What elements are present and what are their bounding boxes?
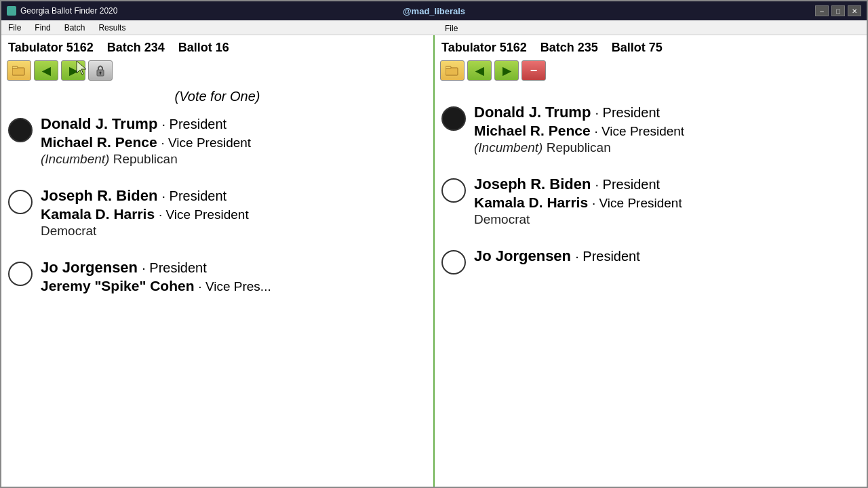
left-jorgensen-role: · President bbox=[142, 260, 207, 275]
close-button[interactable]: ✕ bbox=[848, 5, 861, 16]
app-icon bbox=[7, 6, 16, 16]
left-jorgensen-vp-line: Jeremy "Spike" Cohen · Vice Pres... bbox=[41, 278, 271, 294]
right-biden-name: Joseph R. Biden bbox=[474, 176, 591, 192]
left-trump-party: (Incumbent) Republican bbox=[41, 152, 251, 167]
menu-bar-right: File bbox=[430, 22, 867, 34]
right-biden-role: · President bbox=[595, 177, 660, 192]
left-trump-info: Donald J. Trump · President Michael R. P… bbox=[41, 115, 251, 167]
left-trump-vp-line: Michael R. Pence · Vice President bbox=[41, 134, 251, 150]
left-candidate-jorgensen: Jo Jorgensen · President Jeremy "Spike" … bbox=[8, 259, 427, 294]
right-tabulator-label: Tabulator 5162 bbox=[441, 41, 527, 55]
right-biden-name-line: Joseph R. Biden · President bbox=[474, 176, 682, 193]
right-panel: Tabulator 5162 Batch 235 Ballot 75 bbox=[435, 35, 867, 487]
left-biden-bubble[interactable] bbox=[8, 190, 33, 214]
window-title: Georgia Ballot Finder 2020 bbox=[20, 6, 117, 16]
title-bar-left: Georgia Ballot Finder 2020 bbox=[7, 6, 117, 16]
right-trump-vp-line: Michael R. Pence · Vice President bbox=[474, 123, 684, 139]
left-biden-role: · President bbox=[161, 188, 226, 203]
left-jorgensen-info: Jo Jorgensen · President Jeremy "Spike" … bbox=[41, 259, 271, 294]
right-batch-label: Batch 235 bbox=[540, 41, 598, 55]
left-info-row: Tabulator 5162 Batch 234 Ballot 16 bbox=[1, 35, 433, 58]
right-trump-vp-name: Michael R. Pence bbox=[474, 123, 591, 138]
left-lock-button[interactable] bbox=[88, 60, 113, 81]
left-trump-role: · President bbox=[161, 117, 226, 131]
right-trump-name: Donald J. Trump bbox=[474, 104, 591, 121]
right-biden-vp-line: Kamala D. Harris · Vice President bbox=[474, 195, 682, 211]
right-jorgensen-info: Jo Jorgensen · President bbox=[474, 247, 640, 265]
left-jorgensen-name-line: Jo Jorgensen · President bbox=[41, 259, 271, 277]
left-biden-name-line: Joseph R. Biden · President bbox=[41, 187, 249, 205]
menu-results[interactable]: Results bbox=[92, 22, 132, 34]
title-bar: Georgia Ballot Finder 2020 @mad_liberals… bbox=[1, 1, 867, 20]
menu-file[interactable]: File bbox=[1, 22, 28, 34]
right-info-row: Tabulator 5162 Batch 235 Ballot 75 bbox=[435, 35, 867, 58]
left-biden-vp-name: Kamala D. Harris bbox=[41, 206, 155, 222]
right-ballot-label: Ballot 75 bbox=[612, 41, 663, 55]
svg-rect-6 bbox=[446, 68, 458, 75]
right-trump-party: (Incumbent) Republican bbox=[474, 140, 684, 155]
left-toolbar: ◀ ▶ bbox=[1, 58, 433, 83]
left-trump-name-line: Donald J. Trump · President bbox=[41, 115, 251, 133]
svg-rect-7 bbox=[446, 66, 451, 68]
right-candidate-biden: Joseph R. Biden · President Kamala D. Ha… bbox=[441, 176, 860, 227]
menu-find[interactable]: Find bbox=[28, 22, 57, 34]
title-bar-controls: – □ ✕ bbox=[815, 5, 861, 16]
menu-batch[interactable]: Batch bbox=[58, 22, 92, 34]
left-trump-name: Donald J. Trump bbox=[41, 115, 157, 132]
left-jorgensen-vp-role: · Vice Pres... bbox=[198, 279, 271, 293]
left-jorgensen-bubble[interactable] bbox=[8, 262, 33, 286]
left-batch-label: Batch 234 bbox=[107, 41, 165, 55]
menu-bar-left: File Find Batch Results bbox=[1, 22, 430, 34]
menu-bar: File Find Batch Results File bbox=[1, 20, 867, 35]
right-folder-button[interactable] bbox=[440, 60, 465, 81]
minimize-button[interactable]: – bbox=[815, 5, 829, 16]
right-jorgensen-name: Jo Jorgensen bbox=[474, 247, 571, 264]
left-biden-party: Democrat bbox=[41, 224, 249, 239]
left-candidate-biden: Joseph R. Biden · President Kamala D. Ha… bbox=[8, 187, 427, 239]
left-forward-button[interactable]: ▶ bbox=[61, 60, 85, 81]
right-jorgensen-role: · President bbox=[575, 249, 640, 264]
left-folder-button[interactable] bbox=[7, 60, 31, 81]
svg-marker-2 bbox=[77, 61, 86, 75]
left-candidate-trump: Donald J. Trump · President Michael R. P… bbox=[8, 115, 427, 167]
left-ballot-content: (Vote for One) Donald J. Trump · Preside… bbox=[1, 83, 433, 487]
left-biden-name: Joseph R. Biden bbox=[41, 187, 157, 204]
svg-rect-0 bbox=[12, 68, 24, 75]
left-jorgensen-vp-name: Jeremy "Spike" Cohen bbox=[41, 278, 195, 293]
right-biden-vp-name: Kamala D. Harris bbox=[474, 195, 588, 210]
left-trump-vp-name: Michael R. Pence bbox=[41, 134, 157, 150]
right-ballot-content: Donald J. Trump · President Michael R. P… bbox=[435, 83, 867, 487]
right-jorgensen-name-line: Jo Jorgensen · President bbox=[474, 247, 640, 265]
right-trump-info: Donald J. Trump · President Michael R. P… bbox=[474, 104, 684, 155]
left-biden-info: Joseph R. Biden · President Kamala D. Ha… bbox=[41, 187, 249, 239]
left-trump-bubble[interactable] bbox=[8, 118, 33, 142]
menu-file-right[interactable]: File bbox=[438, 22, 465, 35]
right-trump-vp-role: · Vice President bbox=[594, 124, 684, 138]
right-toolbar: ◀ ▶ − bbox=[435, 58, 867, 83]
left-jorgensen-name: Jo Jorgensen bbox=[41, 259, 138, 276]
left-biden-vp-role: · Vice President bbox=[159, 207, 249, 222]
right-biden-info: Joseph R. Biden · President Kamala D. Ha… bbox=[474, 176, 682, 227]
maximize-button[interactable]: □ bbox=[831, 5, 845, 16]
right-back-button[interactable]: ◀ bbox=[467, 60, 492, 81]
right-minus-button[interactable]: − bbox=[521, 60, 546, 81]
right-trump-name-line: Donald J. Trump · President bbox=[474, 104, 684, 121]
right-candidate-jorgensen: Jo Jorgensen · President bbox=[441, 247, 860, 274]
right-jorgensen-bubble[interactable] bbox=[441, 250, 466, 274]
right-trump-role: · President bbox=[595, 105, 660, 120]
right-trump-bubble[interactable] bbox=[441, 106, 466, 131]
right-candidate-trump: Donald J. Trump · President Michael R. P… bbox=[441, 104, 860, 155]
right-forward-button[interactable]: ▶ bbox=[494, 60, 519, 81]
content-area: Tabulator 5162 Batch 234 Ballot 16 bbox=[1, 35, 867, 487]
right-biden-bubble[interactable] bbox=[441, 178, 466, 203]
left-panel: Tabulator 5162 Batch 234 Ballot 16 bbox=[1, 35, 433, 487]
right-biden-party: Democrat bbox=[474, 212, 682, 227]
left-vote-for-one: (Vote for One) bbox=[8, 83, 427, 115]
svg-rect-1 bbox=[12, 66, 18, 68]
left-back-button[interactable]: ◀ bbox=[34, 60, 58, 81]
main-window: Georgia Ballot Finder 2020 @mad_liberals… bbox=[0, 0, 868, 488]
right-biden-vp-role: · Vice President bbox=[592, 196, 682, 210]
left-tabulator-label: Tabulator 5162 bbox=[8, 41, 94, 55]
left-trump-vp-role: · Vice President bbox=[161, 136, 251, 150]
left-biden-vp-line: Kamala D. Harris · Vice President bbox=[41, 206, 249, 222]
